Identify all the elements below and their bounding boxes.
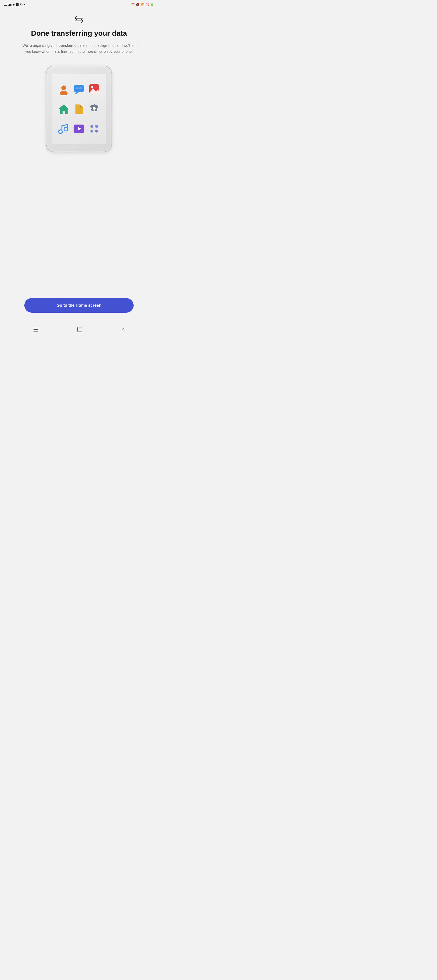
app-icon-contacts xyxy=(58,83,70,95)
svg-point-9 xyxy=(91,86,93,88)
nav-bar: < xyxy=(0,323,158,336)
svg-point-18 xyxy=(95,130,98,132)
app-icon-apps xyxy=(88,123,100,135)
phone-screen xyxy=(52,74,106,144)
svg-marker-5 xyxy=(75,92,79,95)
back-button[interactable]: < xyxy=(122,326,125,332)
back-chevron-icon: < xyxy=(122,326,125,332)
svg-rect-7 xyxy=(79,88,82,88)
arrow-left-icon xyxy=(75,16,83,23)
battery-icon: 🔋 xyxy=(150,3,154,6)
app-icon-messages xyxy=(73,83,85,95)
alarm-icon: ⏰ xyxy=(131,3,135,6)
svg-marker-11 xyxy=(59,105,69,114)
app-icon-settings xyxy=(88,103,100,115)
svg-point-12 xyxy=(93,107,96,110)
transfer-icon xyxy=(75,16,83,23)
dot-icon xyxy=(24,4,25,5)
app-icon-video xyxy=(73,123,85,135)
app-icon-gallery xyxy=(88,83,100,95)
play-icon: ▶ xyxy=(13,3,15,6)
main-content: Done transferring your data We're organi… xyxy=(0,9,158,294)
shield-icon: 🛡 xyxy=(20,3,22,6)
svg-rect-6 xyxy=(76,88,78,88)
svg-point-3 xyxy=(60,91,68,95)
svg-point-15 xyxy=(90,125,93,128)
image-icon: 🖼 xyxy=(16,3,19,6)
page-title: Done transferring your data xyxy=(31,29,127,38)
go-home-button[interactable]: Go to the Home screen xyxy=(24,298,134,313)
status-right: ⏰ 🔇 📶 🚫 🔋 xyxy=(131,3,154,6)
home-button-nav[interactable] xyxy=(77,327,82,332)
status-time: 10:28 xyxy=(4,3,11,6)
wifi-icon: 📶 xyxy=(141,3,144,6)
phone-mockup xyxy=(46,66,112,152)
bottom-area: Go to the Home screen xyxy=(0,294,158,323)
svg-point-17 xyxy=(90,130,93,132)
status-bar: 10:28 ▶ 🖼 🛡 ⏰ 🔇 📶 🚫 🔋 xyxy=(0,0,158,9)
app-icon-files xyxy=(73,103,85,115)
mute-icon: 🔇 xyxy=(136,3,140,6)
svg-rect-4 xyxy=(74,85,84,92)
svg-point-16 xyxy=(95,125,98,128)
svg-point-2 xyxy=(61,86,66,90)
block-icon: 🚫 xyxy=(145,3,149,6)
page-subtitle: We're organizing your transferred data i… xyxy=(20,43,138,54)
recent-apps-button[interactable] xyxy=(33,328,38,331)
status-left: 10:28 ▶ 🖼 🛡 xyxy=(4,3,25,6)
app-icon-home xyxy=(58,103,70,115)
app-icon-music xyxy=(58,123,70,135)
